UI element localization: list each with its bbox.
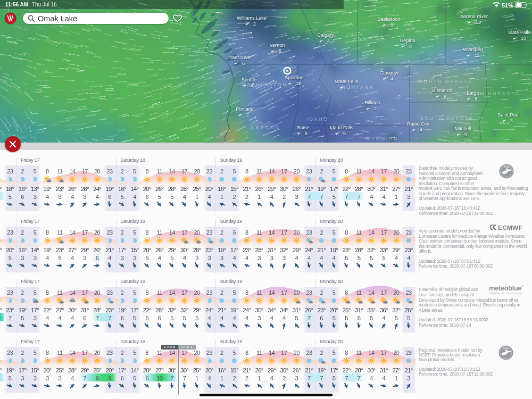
svg-text:8: 8 [409, 44, 412, 49]
svg-text:WASHINGTON: WASHINGTON [242, 82, 288, 87]
svg-text:7: 7 [348, 85, 351, 90]
svg-text:IDAHO: IDAHO [306, 117, 328, 122]
svg-text:OREGON: OREGON [251, 125, 280, 130]
svg-text:Williams Lake: Williams Lake [237, 15, 267, 21]
svg-text:4: 4 [327, 38, 330, 44]
svg-text:11: 11 [296, 81, 301, 86]
svg-text:4: 4 [251, 83, 253, 88]
svg-text:13: 13 [476, 20, 481, 25]
svg-text:Berens River: Berens River [460, 14, 488, 19]
svg-text:6: 6 [242, 61, 245, 66]
svg-text:NOAA: NOAA [503, 347, 508, 350]
svg-text:SOUTH DAKOTA: SOUTH DAKOTA [420, 115, 473, 121]
svg-text:Great Falls: Great Falls [335, 79, 359, 84]
svg-text:Mitchell: Mitchell [455, 126, 471, 131]
svg-text:8: 8 [390, 22, 393, 28]
svg-text:9: 9 [444, 94, 446, 99]
svg-text:4: 4 [420, 127, 422, 132]
svg-text:MONTANA: MONTANA [341, 85, 374, 90]
svg-text:Billings: Billings [365, 100, 380, 105]
svg-text:Bismarck: Bismarck [432, 88, 452, 93]
svg-text:Saskatoon: Saskatoon [378, 16, 401, 22]
svg-text:11: 11 [475, 53, 479, 58]
svg-text:4: 4 [390, 76, 393, 81]
svg-text:5: 5 [279, 48, 281, 54]
svg-text:Slate Falls: Slate Falls [508, 30, 531, 35]
svg-text:Vancouver: Vancouver [229, 55, 252, 60]
svg-text:6: 6 [305, 131, 307, 136]
svg-text:Saint Paul: Saint Paul [497, 112, 519, 118]
svg-text:NOAA: NOAA [504, 166, 509, 168]
svg-text:2: 2 [246, 112, 249, 118]
svg-text:6: 6 [343, 131, 346, 136]
svg-text:NORTH DAKOTA: NORTH DAKOTA [419, 79, 473, 84]
svg-text:WYOMING: WYOMING [365, 136, 399, 141]
svg-text:9: 9 [464, 132, 467, 137]
svg-text:Seattle: Seattle [242, 77, 256, 82]
svg-text:2: 2 [374, 106, 377, 111]
svg-text:Glasgow: Glasgow [379, 70, 398, 76]
svg-text:Idaho Falls: Idaho Falls [330, 125, 354, 130]
svg-text:Rapid City: Rapid City [407, 121, 429, 127]
svg-text:Boise: Boise [297, 125, 310, 130]
svg-text:Portland: Portland [236, 106, 254, 112]
svg-text:Regina: Regina [400, 38, 415, 43]
svg-text:51%: 51% [502, 2, 513, 9]
svg-text:2: 2 [253, 21, 256, 27]
svg-text:Fargo: Fargo [467, 90, 479, 96]
svg-text:10: 10 [521, 36, 526, 41]
svg-text:Vernon: Vernon [270, 43, 285, 48]
svg-text:MINNESOTA: MINNESOTA [480, 91, 520, 96]
svg-text:Calgary: Calgary [317, 32, 334, 38]
svg-text:8: 8 [510, 118, 513, 123]
svg-text:Spokane: Spokane [285, 75, 304, 80]
svg-text:Winnipeg: Winnipeg [463, 47, 483, 52]
svg-text:8: 8 [475, 96, 477, 102]
